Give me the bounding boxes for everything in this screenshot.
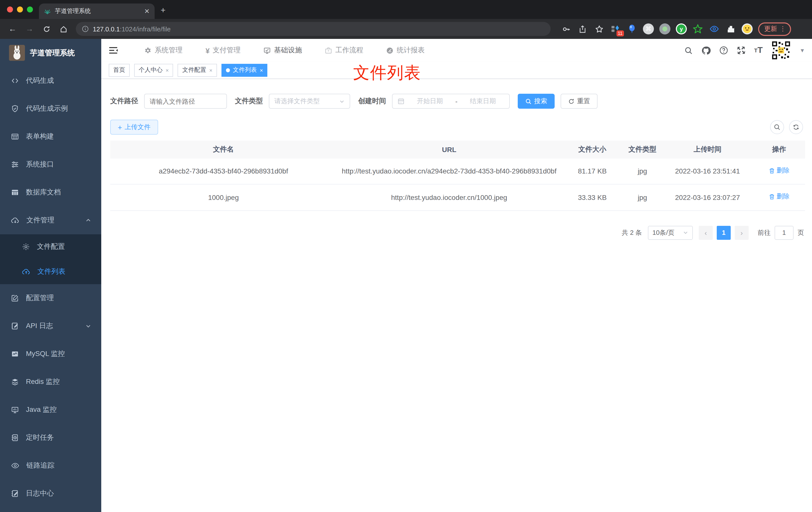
date-start-placeholder[interactable]: 开始日期	[408, 97, 452, 106]
search-icon[interactable]	[684, 46, 693, 55]
browser-menu-icon[interactable]: ⋮	[780, 25, 786, 32]
red-annotation-text: 文件列表	[353, 64, 421, 81]
sidebar-item-form-builder[interactable]: 表单构建	[0, 123, 101, 151]
calendar-icon	[398, 98, 405, 105]
help-icon[interactable]	[719, 46, 728, 55]
user-avatar-qr[interactable]	[771, 40, 791, 60]
topnav-report[interactable]: 统计报表	[386, 46, 425, 55]
browser-tab[interactable]: 芋道管理系统 ✕	[39, 3, 155, 19]
prev-page-button[interactable]: ‹	[699, 225, 713, 240]
avatar-caret-icon[interactable]: ▼	[800, 48, 805, 53]
cell-file-type: jpg	[623, 158, 662, 184]
sidebar-item-db-doc[interactable]: 数据库文档	[0, 179, 101, 206]
chevron-down-icon	[683, 230, 688, 235]
topnav-workflow[interactable]: 工作流程	[325, 46, 364, 55]
tag-profile[interactable]: 个人中心 ×	[134, 64, 173, 77]
sidebar: 芋道管理系统 代码生成 代码生成示例 表单构建 系统接口 数据库文档	[0, 39, 101, 512]
back-icon[interactable]: ←	[6, 23, 19, 35]
date-range-picker[interactable]: 开始日期 - 结束日期	[392, 94, 510, 109]
profile-avatar[interactable]	[742, 24, 753, 34]
window-minimize-button[interactable]	[17, 6, 23, 12]
layers-icon	[11, 378, 19, 386]
sidebar-item-api-log[interactable]: API 日志	[0, 312, 101, 340]
extension-y-icon[interactable]: y	[676, 24, 687, 34]
tag-home[interactable]: 首页	[109, 64, 130, 77]
tag-file-config[interactable]: 文件配置 ×	[178, 64, 217, 77]
sidebar-item-code-demo[interactable]: 代码生成示例	[0, 95, 101, 123]
home-icon[interactable]	[57, 23, 70, 35]
reset-button-label: 重置	[577, 97, 590, 106]
topnav-system[interactable]: 系统管理	[144, 46, 182, 55]
font-size-icon[interactable]: TT	[754, 46, 763, 55]
sidebar-item-system-api[interactable]: 系统接口	[0, 151, 101, 179]
sidebar-item-trace[interactable]: 链路追踪	[0, 452, 101, 480]
search-icon	[525, 98, 532, 104]
page-size-select[interactable]: 10条/页	[648, 225, 693, 240]
next-page-button[interactable]: ›	[735, 225, 749, 240]
sidebar-item-mysql-monitor[interactable]: MySQL 监控	[0, 340, 101, 368]
file-type-select[interactable]: 请选择文件类型	[269, 94, 350, 109]
topnav-pay[interactable]: ¥ 支付管理	[205, 46, 241, 55]
sidebar-item-file-config[interactable]: 文件配置	[0, 234, 101, 259]
sidebar-item-redis-monitor[interactable]: Redis 监控	[0, 368, 101, 396]
tag-file-list[interactable]: 文件列表 ×	[222, 64, 268, 77]
search-button-label: 搜索	[534, 97, 547, 106]
file-path-label: 文件路径	[110, 97, 138, 106]
sidebar-item-file-manage[interactable]: 文件管理	[0, 206, 101, 234]
sidebar-item-cron-job[interactable]: 定时任务	[0, 424, 101, 452]
reset-button[interactable]: 重置	[561, 94, 598, 109]
tag-close-icon[interactable]: ×	[166, 67, 169, 73]
sidebar-item-file-list[interactable]: 文件列表	[0, 259, 101, 284]
upload-file-button[interactable]: + 上传文件	[110, 120, 158, 134]
file-path-input[interactable]	[144, 94, 227, 109]
sidebar-item-label: 链路追踪	[26, 461, 54, 470]
app-logo[interactable]: 芋道管理系统	[0, 39, 101, 67]
extension-eye-icon[interactable]	[709, 24, 720, 34]
extension-cmd-icon[interactable]: ⌘	[643, 24, 654, 34]
table-header-row: 文件名 URL 文件大小 文件类型 上传时间 操作	[110, 141, 805, 158]
share-icon[interactable]	[577, 24, 588, 34]
sidebar-item-java-monitor[interactable]: Java 监控	[0, 396, 101, 424]
extensions-puzzle-icon[interactable]	[725, 24, 736, 34]
window-close-button[interactable]	[7, 6, 13, 12]
extension-tampermonkey-icon[interactable]: 11	[610, 24, 621, 34]
password-key-icon[interactable]	[561, 24, 572, 34]
reload-icon[interactable]	[40, 23, 53, 35]
sidebar-item-code-gen[interactable]: 代码生成	[0, 67, 101, 95]
tab-close-icon[interactable]: ✕	[144, 7, 150, 15]
extension-star-icon[interactable]	[692, 24, 703, 34]
date-end-placeholder[interactable]: 结束日期	[461, 97, 504, 106]
bookmark-star-icon[interactable]	[593, 24, 605, 34]
search-button[interactable]: 搜索	[518, 94, 555, 109]
new-tab-button[interactable]: +	[161, 6, 166, 14]
delete-button[interactable]: 删除	[768, 192, 789, 202]
cloud-download-icon	[11, 216, 20, 224]
sidebar-item-log-center[interactable]: 日志中心	[0, 480, 101, 508]
toggle-search-button[interactable]	[770, 120, 784, 134]
topnav-label: 工作流程	[336, 46, 364, 55]
refresh-icon	[568, 98, 575, 104]
window-maximize-button[interactable]	[27, 6, 33, 12]
delete-button[interactable]: 删除	[768, 165, 789, 176]
goto-page-input[interactable]	[775, 225, 793, 240]
tag-close-icon[interactable]: ×	[260, 67, 263, 73]
app-title: 芋道管理系统	[30, 48, 75, 58]
sidebar-item-label: 系统接口	[26, 160, 54, 169]
refresh-table-button[interactable]	[789, 120, 803, 134]
url-bar[interactable]: 127.0.0.1:1024/infra/file/file	[76, 22, 551, 36]
forward-icon[interactable]: →	[23, 23, 36, 35]
shield-check-icon	[11, 105, 19, 113]
github-icon[interactable]	[701, 46, 711, 55]
topbar-actions: TT	[684, 40, 805, 60]
extension-dot-icon[interactable]	[659, 24, 670, 34]
fullscreen-icon[interactable]	[737, 46, 746, 55]
current-page-button[interactable]: 1	[717, 225, 731, 240]
extension-balloon-icon[interactable]	[627, 24, 637, 34]
collapse-sidebar-icon[interactable]	[108, 46, 121, 55]
sidebar-item-config-manage[interactable]: 配置管理	[0, 284, 101, 312]
monitor-bars-icon	[11, 406, 19, 414]
browser-update-button[interactable]: 更新 ⋮	[758, 22, 791, 36]
tag-close-icon[interactable]: ×	[209, 67, 212, 73]
topnav-infra[interactable]: 基础设施	[264, 46, 302, 55]
site-info-icon[interactable]	[82, 25, 89, 32]
